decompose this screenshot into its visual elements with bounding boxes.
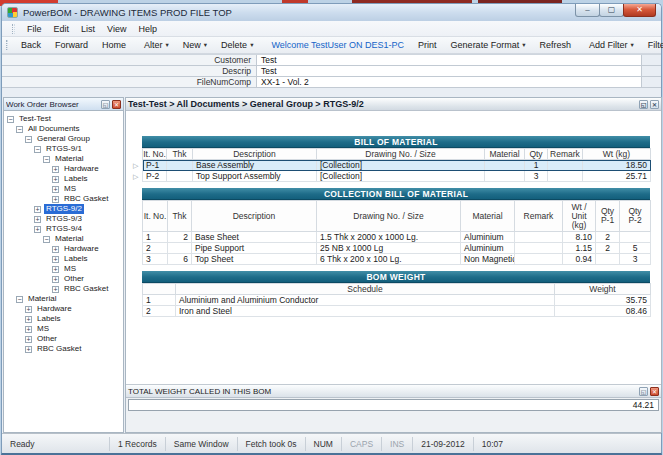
expand-icon[interactable]: + [52, 286, 59, 293]
collapse-icon[interactable]: − [34, 146, 41, 153]
tree-item-labels[interactable]: +Labels [4, 174, 123, 184]
tree-item-hardware[interactable]: +Hardware [4, 164, 123, 174]
total-weight-field[interactable]: 44.21 [128, 399, 659, 411]
tree-item-label: Test-Test [17, 114, 53, 124]
print-button[interactable]: Print [411, 38, 444, 52]
col-qty-p2: Qty P-2 [620, 201, 651, 232]
tree-item-rbc-gasket[interactable]: +RBC Gasket [4, 344, 123, 354]
menu-view[interactable]: View [101, 22, 132, 36]
tree-item-ms[interactable]: +MS [4, 184, 123, 194]
expand-icon[interactable]: + [52, 246, 59, 253]
collapse-icon[interactable]: − [16, 126, 23, 133]
tree-item-rtgs-9-1[interactable]: −RTGS-9/1 [4, 144, 123, 154]
expand-icon[interactable]: + [25, 306, 32, 313]
tree-item-labels[interactable]: +Labels [4, 314, 123, 324]
expand-icon[interactable]: + [52, 266, 59, 273]
collapse-icon[interactable]: − [25, 136, 32, 143]
minimize-button[interactable]: – [575, 4, 600, 17]
tree-item-label: Labels [62, 174, 90, 184]
collection-row[interactable]: 12 Base Sheet1.5 Thk x 2000 x 1000 Lg. A… [143, 232, 651, 243]
weight-row[interactable]: 2 Iron and Steel 08.46 [143, 306, 651, 317]
tree-item-material[interactable]: −Material [4, 234, 123, 244]
menu-edit[interactable]: Edit [48, 22, 76, 36]
alter-dropdown[interactable]: Alter [137, 38, 176, 52]
expand-icon[interactable]: + [52, 276, 59, 283]
home-button[interactable]: Home [95, 38, 133, 52]
tree-item-rbc-gasket[interactable]: +RBC Gasket [4, 284, 123, 294]
tree-item-rtgs-9-3[interactable]: +RTGS-9/3 [4, 214, 123, 224]
expand-icon[interactable]: + [52, 166, 59, 173]
collection-row[interactable]: 2 Pipe Support25 NB x 1000 Lg Aluminium … [143, 243, 651, 254]
tree-item-label: RTGS-9/2 [44, 204, 84, 214]
menu-file[interactable]: File [21, 22, 48, 36]
customer-field[interactable]: Test [257, 55, 642, 65]
refresh-button[interactable]: Refresh [532, 38, 578, 52]
col-it-no: It. No. [143, 201, 168, 232]
tree-item-all-documents[interactable]: −All Documents [4, 124, 123, 134]
menu-list[interactable]: List [75, 22, 101, 36]
menu-help[interactable]: Help [132, 22, 163, 36]
refresh-icon[interactable] [639, 100, 648, 109]
expand-icon[interactable]: + [25, 346, 32, 353]
tree-item-ms[interactable]: +MS [4, 324, 123, 334]
tree-item-other[interactable]: +Other [4, 334, 123, 344]
expand-icon[interactable]: + [52, 256, 59, 263]
expand-icon[interactable]: + [34, 216, 41, 223]
pin-icon[interactable] [101, 100, 110, 109]
expand-icon[interactable]: + [52, 186, 59, 193]
col-remark: Remark [548, 149, 583, 160]
col-schedule: Schedule [176, 284, 555, 295]
expand-icon[interactable]: + [34, 226, 41, 233]
expand-icon[interactable]: + [25, 326, 32, 333]
delete-dropdown[interactable]: Delete [214, 38, 260, 52]
bom-row[interactable]: P-2 Top Support Assembly[Collection] 3 2… [143, 171, 651, 182]
collapse-icon[interactable]: − [43, 236, 50, 243]
expand-icon[interactable]: + [52, 176, 59, 183]
collapse-icon[interactable]: − [43, 156, 50, 163]
filenumcomp-label: FileNumComp [2, 77, 257, 87]
tree-item-rtgs-9-4[interactable]: +RTGS-9/4 [4, 224, 123, 234]
tree-item-general-group[interactable]: −General Group [4, 134, 123, 144]
tree-item-label: MS [62, 184, 78, 194]
form-row: Descrip Test [2, 66, 661, 77]
close-icon[interactable] [650, 100, 659, 109]
tree-item-test-test[interactable]: −Test-Test [4, 114, 123, 124]
expand-icon[interactable]: + [34, 206, 41, 213]
close-icon[interactable] [650, 387, 659, 396]
tree-item-rtgs-9-2[interactable]: +RTGS-9/2 [4, 204, 123, 214]
col-it-no: It. No. [143, 149, 167, 160]
tree-item-ms[interactable]: +MS [4, 264, 123, 274]
tree-item-material[interactable]: −Material [4, 154, 123, 164]
expand-icon[interactable]: + [25, 336, 32, 343]
filenumcomp-field[interactable]: XX-1 - Vol. 2 [257, 77, 642, 87]
new-dropdown[interactable]: New [176, 38, 214, 52]
bom-row-selected[interactable]: P-1 Base Assembly[Collection] 1 18.50 [143, 160, 651, 171]
collapse-icon[interactable]: − [16, 296, 23, 303]
close-icon[interactable] [112, 100, 121, 109]
filters-dropdown[interactable]: Filters [641, 38, 663, 52]
forward-button[interactable]: Forward [48, 38, 95, 52]
tree-item-rbc-gasket[interactable]: +RBC Gasket [4, 194, 123, 204]
collapse-icon[interactable]: − [7, 116, 14, 123]
expand-icon[interactable]: + [52, 196, 59, 203]
status-insert-mode: INS [382, 437, 413, 451]
tree-item-label: Other [35, 334, 59, 344]
tree-item-other[interactable]: +Other [4, 274, 123, 284]
weight-row[interactable]: 1 Aluminium and Aluminium Conductor 35.7… [143, 295, 651, 306]
maximize-button[interactable]: ▢ [599, 4, 624, 17]
close-button[interactable]: ✕ [623, 4, 656, 17]
tree-item-material[interactable]: −Material [4, 294, 123, 304]
add-filter-dropdown[interactable]: Add Filter [582, 38, 641, 52]
browser-panel-header: Work Order Browser [4, 98, 123, 111]
expand-icon[interactable]: + [25, 316, 32, 323]
tree-item-hardware[interactable]: +Hardware [4, 244, 123, 254]
generate-format-dropdown[interactable]: Generate Format [444, 38, 533, 52]
collection-row[interactable]: 36 Top Sheet6 Thk x 200 x 100 Lg. Non Ma… [143, 254, 651, 265]
tree-item-hardware[interactable]: +Hardware [4, 304, 123, 314]
tree-item-labels[interactable]: +Labels [4, 254, 123, 264]
pin-icon[interactable] [639, 387, 648, 396]
title-bar[interactable]: PowerBOM - DRAWING ITEMS PROD FILE TOP –… [2, 4, 661, 21]
descrip-field[interactable]: Test [257, 66, 642, 76]
back-button[interactable]: Back [14, 38, 48, 52]
app-window: PowerBOM - DRAWING ITEMS PROD FILE TOP –… [1, 3, 662, 455]
